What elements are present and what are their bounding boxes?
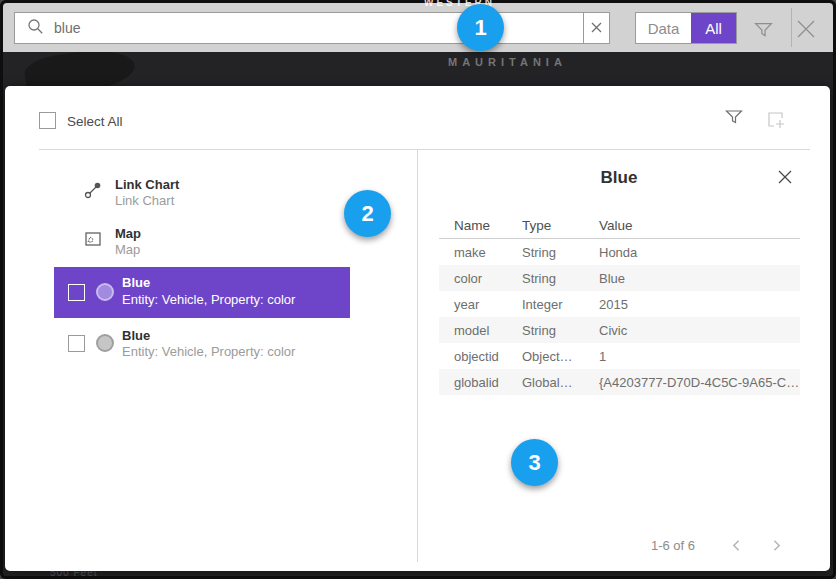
- result-title: Blue: [122, 275, 150, 290]
- select-all-label[interactable]: Select All: [67, 114, 123, 129]
- map-icon: [84, 230, 102, 252]
- result-item-map[interactable]: Map Map: [5, 221, 350, 265]
- clear-icon: [591, 19, 602, 37]
- entity-node-icon: [96, 283, 114, 301]
- cell-name: make: [454, 245, 522, 260]
- add-card-icon: [765, 109, 787, 131]
- close-icon: [794, 17, 818, 41]
- panel-filter-button[interactable]: [724, 107, 744, 131]
- pagination-label: 1-6 of 6: [565, 538, 695, 553]
- cell-value: {A4203777-D70D-4C5C-9A65-C…: [599, 375, 800, 390]
- detail-title: Blue: [439, 168, 799, 188]
- result-title: Map: [115, 226, 141, 241]
- filter-icon: [724, 107, 744, 127]
- cell-name: globalid: [454, 375, 522, 390]
- result-subtitle: Map: [115, 242, 140, 257]
- toolbar-close-button[interactable]: [794, 17, 818, 45]
- callout-2: 2: [344, 190, 391, 237]
- cell-type: String: [522, 271, 599, 286]
- table-row: year Integer 2015: [439, 291, 800, 317]
- cell-value: 1: [599, 349, 800, 364]
- select-all-checkbox[interactable]: [39, 112, 56, 129]
- chevron-left-icon: [729, 538, 744, 553]
- close-icon: [777, 169, 793, 185]
- cell-name: model: [454, 323, 522, 338]
- callout-1: 1: [457, 4, 504, 51]
- search-scope-toggle: Data All: [635, 12, 737, 44]
- cell-name: color: [454, 271, 522, 286]
- add-card-button[interactable]: [765, 109, 787, 135]
- screen: WESTERN MAURITANIA 500 Feet Data All: [0, 0, 836, 579]
- cell-type: Integer: [522, 297, 599, 312]
- list-detail-divider: [417, 150, 418, 562]
- result-title: Blue: [122, 328, 150, 343]
- result-item-link-chart[interactable]: Link Chart Link Chart: [5, 172, 350, 216]
- callout-3: 3: [511, 439, 558, 486]
- cell-type: String: [522, 245, 599, 260]
- cell-type: Global…: [522, 375, 599, 390]
- table-row: make String Honda: [439, 239, 800, 265]
- result-subtitle: Link Chart: [115, 193, 174, 208]
- search-box[interactable]: [14, 12, 610, 44]
- link-chart-icon: [84, 181, 102, 203]
- result-title: Link Chart: [115, 177, 179, 192]
- table-row: globalid Global… {A4203777-D70D-4C5C-9A6…: [439, 369, 800, 395]
- toolbar-divider: [791, 8, 792, 47]
- table-row: model String Civic: [439, 317, 800, 343]
- scope-all-button[interactable]: All: [691, 13, 736, 43]
- chevron-right-icon: [769, 538, 784, 553]
- cell-value: Blue: [599, 271, 800, 286]
- cell-name: objectid: [454, 349, 522, 364]
- result-checkbox[interactable]: [68, 335, 85, 352]
- pagination-prev-button[interactable]: [729, 538, 744, 557]
- toolbar-filter-button[interactable]: [753, 19, 774, 44]
- cell-type: Object…: [522, 349, 599, 364]
- result-subtitle: Entity: Vehicle, Property: color: [122, 292, 295, 307]
- filter-icon: [753, 19, 774, 40]
- clear-search-button[interactable]: [583, 13, 609, 43]
- search-results-panel: Select All Link Chart Link Chart Map Map: [5, 86, 830, 571]
- result-checkbox[interactable]: [68, 284, 85, 301]
- scope-data-button[interactable]: Data: [636, 13, 691, 43]
- search-toolbar: Data All: [3, 3, 833, 52]
- header-divider: [39, 149, 810, 150]
- cell-type: String: [522, 323, 599, 338]
- result-item-blue-selected[interactable]: Blue Entity: Vehicle, Property: color: [54, 267, 350, 318]
- table-row: objectid Object… 1: [439, 343, 800, 369]
- cell-value: Honda: [599, 245, 800, 260]
- cell-value: 2015: [599, 297, 800, 312]
- entity-node-icon: [96, 334, 114, 352]
- cell-name: year: [454, 297, 522, 312]
- column-header-value: Value: [599, 218, 633, 233]
- map-label-mauritania: MAURITANIA: [448, 56, 567, 68]
- table-row: color String Blue: [439, 265, 800, 291]
- detail-close-button[interactable]: [777, 169, 793, 189]
- column-header-name: Name: [454, 218, 490, 233]
- cell-value: Civic: [599, 323, 800, 338]
- pagination-next-button[interactable]: [769, 538, 784, 557]
- result-subtitle: Entity: Vehicle, Property: color: [122, 344, 295, 359]
- result-item-blue[interactable]: Blue Entity: Vehicle, Property: color: [54, 322, 350, 370]
- search-icon: [27, 18, 44, 39]
- column-header-type: Type: [522, 218, 551, 233]
